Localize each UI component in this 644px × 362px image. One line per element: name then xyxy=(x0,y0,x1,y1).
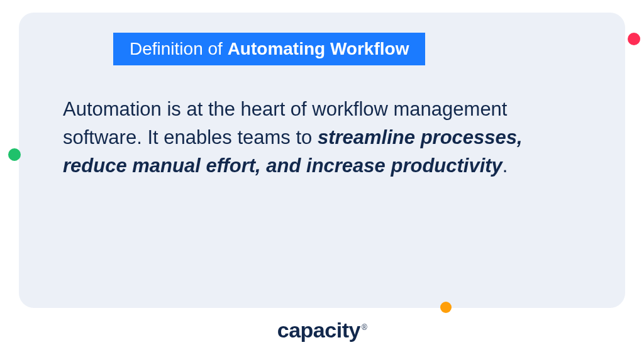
title-bold: Automating Workflow xyxy=(228,39,409,58)
brand-registered-mark: ® xyxy=(362,323,367,332)
brand-logo: capacity ® xyxy=(0,318,644,343)
body-tail: . xyxy=(502,155,508,177)
brand-name: capacity xyxy=(277,318,360,343)
body-paragraph: Automation is at the heart of workflow m… xyxy=(63,96,581,180)
title-banner: Definition of Automating Workflow xyxy=(113,33,425,65)
decorative-dot-orange xyxy=(440,302,452,313)
decorative-dot-red xyxy=(628,33,640,45)
content-card: Definition of Automating Workflow Automa… xyxy=(19,13,625,308)
title-prefix: Definition of xyxy=(130,39,228,58)
decorative-dot-green xyxy=(8,148,21,161)
